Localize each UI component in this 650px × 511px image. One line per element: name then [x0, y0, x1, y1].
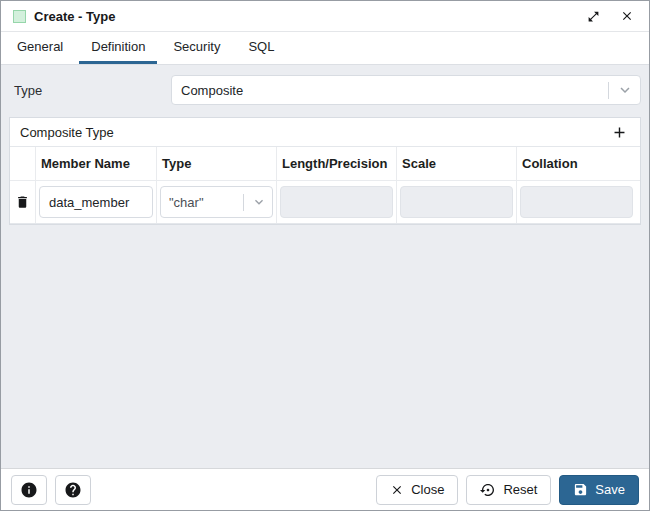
composite-type-title: Composite Type [20, 125, 114, 140]
delete-row-button[interactable] [10, 181, 36, 223]
chevron-down-icon [251, 194, 267, 210]
type-select-value: Composite [181, 83, 608, 98]
composite-type-header: Composite Type [10, 118, 640, 146]
reset-button-label: Reset [503, 482, 537, 497]
reset-icon [480, 482, 496, 498]
dialog-title: Create - Type [34, 9, 115, 24]
grid-header-scale: Scale [397, 147, 517, 180]
create-type-dialog: Create - Type General Definition Securit… [0, 0, 650, 511]
dialog-tabs: General Definition Security SQL [1, 32, 649, 65]
scale-input [400, 186, 513, 218]
select-separator [608, 82, 609, 99]
grid-header-member-name: Member Name [36, 147, 157, 180]
collation-input [520, 186, 633, 218]
close-icon[interactable] [617, 6, 637, 26]
grid-header-length-precision: Length/Precision [277, 147, 397, 180]
table-row: "char" [10, 180, 640, 224]
dialog-help-button[interactable] [55, 475, 91, 505]
dialog-titlebar: Create - Type [1, 1, 649, 32]
expand-icon[interactable] [583, 6, 603, 26]
composite-type-panel: Composite Type Member Name Type Length/P… [9, 117, 641, 225]
grid-header-collation: Collation [517, 147, 640, 180]
reset-button[interactable]: Reset [466, 475, 551, 505]
grid-header-row: Member Name Type Length/Precision Scale … [10, 146, 640, 180]
close-button-label: Close [411, 482, 444, 497]
info-icon [20, 481, 38, 499]
member-type-value: "char" [169, 195, 243, 210]
close-button[interactable]: Close [376, 475, 458, 505]
chevron-down-icon [616, 81, 634, 99]
question-icon [64, 481, 82, 499]
add-row-button[interactable] [608, 121, 630, 143]
member-name-input[interactable] [39, 186, 153, 218]
type-select[interactable]: Composite [171, 75, 641, 105]
type-field-label: Type [9, 83, 171, 98]
trash-icon [15, 194, 30, 210]
grid-header-type: Type [157, 147, 277, 180]
member-type-select[interactable]: "char" [160, 186, 273, 218]
save-button[interactable]: Save [559, 475, 639, 505]
tab-general[interactable]: General [5, 32, 75, 64]
tab-sql[interactable]: SQL [236, 32, 286, 64]
sql-help-button[interactable] [11, 475, 47, 505]
tab-definition[interactable]: Definition [79, 32, 157, 64]
type-field-row: Type Composite [9, 75, 641, 105]
type-badge-icon [13, 10, 26, 23]
save-icon [573, 482, 588, 497]
save-button-label: Save [595, 482, 625, 497]
length-precision-input [280, 186, 393, 218]
grid-header-delete [10, 147, 36, 180]
select-separator [243, 194, 244, 211]
dialog-footer: Close Reset Save [1, 468, 649, 510]
tab-security[interactable]: Security [161, 32, 232, 64]
x-icon [390, 483, 404, 497]
definition-panel: Type Composite Composite Type Member Nam… [1, 65, 649, 468]
